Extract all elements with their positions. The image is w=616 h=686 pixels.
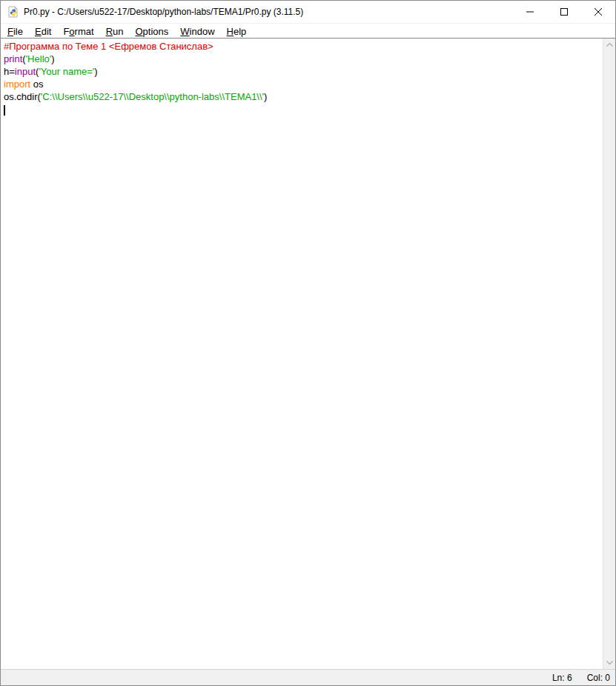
status-line-number: Ln: 6 [545, 673, 580, 683]
code-segment-builtin: print [4, 53, 22, 64]
code-editor[interactable]: #Программа по Теме 1 <Ефремов Станислав>… [1, 39, 603, 669]
code-line-3: h=input('Your name=') [4, 65, 603, 78]
editor-area: #Программа по Теме 1 <Ефремов Станислав>… [1, 39, 615, 669]
code-segment-string: 'Hello' [26, 53, 52, 64]
code-line-2: print('Hello') [4, 53, 603, 65]
code-segment-plain: ) [94, 66, 97, 77]
code-segment-string: 'Your name=' [39, 66, 94, 77]
status-column-number: Col: 0 [580, 673, 615, 683]
code-segment-string: 'C:\\Users\\u522-17\\Desktop\\python-lab… [41, 91, 264, 102]
scrollbar-track[interactable] [603, 51, 615, 656]
minimize-button[interactable] [513, 1, 547, 23]
code-segment-plain: os [30, 79, 43, 90]
menu-format[interactable]: Format [57, 24, 99, 38]
code-segment-plain: h= [4, 66, 15, 77]
status-bar: Ln: 6 Col: 0 [1, 669, 615, 685]
maximize-icon [560, 8, 568, 16]
title-bar[interactable]: Pr0.py - C:/Users/u522-17/Desktop/python… [1, 1, 615, 24]
window-controls [513, 1, 615, 23]
window-title: Pr0.py - C:/Users/u522-17/Desktop/python… [24, 7, 513, 17]
scroll-up-button[interactable] [603, 39, 615, 51]
vertical-scrollbar[interactable] [603, 39, 615, 669]
code-line-4: import os [4, 78, 603, 90]
menu-run[interactable]: Run [100, 24, 130, 38]
code-segment-keyword: import [4, 79, 30, 90]
close-button[interactable] [581, 1, 615, 23]
text-caret [4, 105, 5, 116]
python-file-icon [7, 6, 19, 18]
menu-file[interactable]: File [1, 24, 29, 38]
code-segment-plain: os.chdir( [4, 91, 41, 102]
code-segment-comment: #Программа по Теме 1 <Ефремов Станислав> [4, 41, 213, 52]
menu-help[interactable]: Help [221, 24, 253, 38]
code-segment-plain: ) [264, 91, 267, 102]
code-line-5: os.chdir('C:\\Users\\u522-17\\Desktop\\p… [4, 90, 603, 103]
idle-editor-window: Pr0.py - C:/Users/u522-17/Desktop/python… [0, 0, 616, 686]
scroll-down-button[interactable] [603, 656, 615, 669]
close-icon [595, 8, 602, 16]
menu-window[interactable]: Window [174, 24, 220, 38]
code-segment-plain: ) [51, 53, 54, 64]
chevron-up-icon [606, 43, 613, 47]
minimize-icon [526, 8, 534, 16]
menu-bar: FileEditFormatRunOptionsWindowHelp [1, 24, 615, 39]
maximize-button[interactable] [547, 1, 581, 23]
code-line-6 [4, 103, 603, 116]
code-segment-builtin: input [15, 66, 36, 77]
chevron-down-icon [606, 661, 613, 665]
menu-options[interactable]: Options [129, 24, 174, 38]
menu-edit[interactable]: Edit [29, 24, 57, 38]
code-line-1: #Программа по Теме 1 <Ефремов Станислав> [4, 40, 603, 53]
